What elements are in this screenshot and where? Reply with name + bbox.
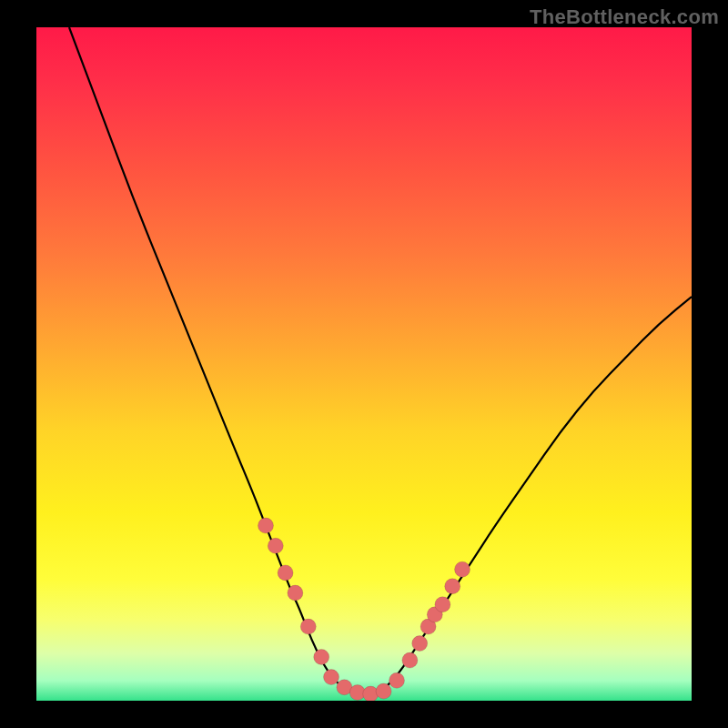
chart-stage: TheBottleneck.com — [0, 0, 728, 728]
marker-point — [402, 652, 418, 668]
marker-point — [278, 565, 293, 581]
curve-svg — [36, 27, 692, 701]
marker-point — [300, 619, 316, 634]
marker-point — [258, 518, 274, 533]
marker-point — [288, 585, 303, 601]
marker-point — [412, 636, 428, 652]
marker-group — [258, 518, 470, 701]
marker-point — [376, 683, 391, 699]
watermark-label: TheBottleneck.com — [530, 5, 719, 29]
marker-point — [435, 597, 450, 612]
marker-point — [389, 672, 405, 688]
bottleneck-curve — [69, 27, 692, 693]
marker-point — [268, 538, 283, 553]
marker-point — [455, 561, 470, 577]
marker-point — [314, 649, 329, 664]
marker-point — [445, 579, 460, 594]
marker-point — [324, 670, 339, 685]
plot-area — [36, 27, 692, 701]
